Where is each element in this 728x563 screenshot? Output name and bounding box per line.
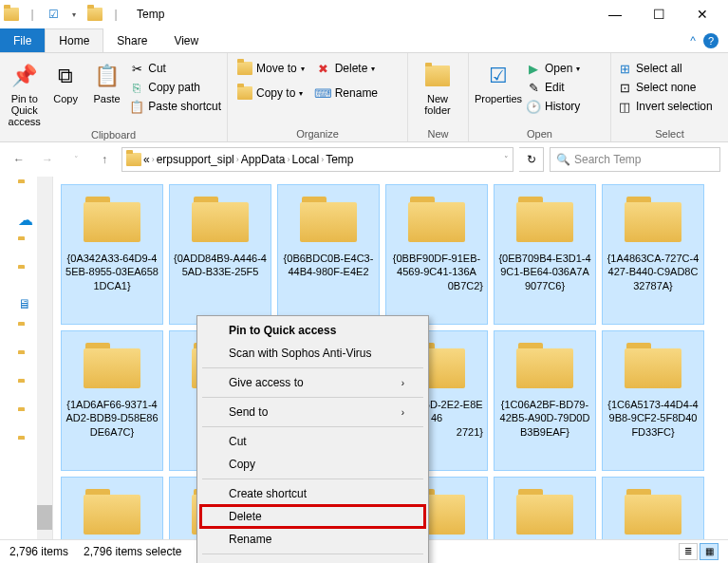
folder-icon [87, 7, 103, 22]
tab-home[interactable]: Home [45, 28, 103, 52]
nav-back-button[interactable]: ← [8, 148, 30, 171]
drive-icon[interactable] [18, 439, 35, 456]
ribbon-collapse-icon[interactable]: ^ [690, 34, 696, 47]
navpane-scrollbar[interactable] [37, 177, 52, 539]
folder-item[interactable]: {0A342A33-64D9-45EB-8955-03EA6581DCA1} [61, 184, 163, 325]
navigation-pane[interactable]: ☁ 🖥 [0, 177, 53, 539]
folder-item[interactable] [494, 477, 596, 539]
ctx-scan[interactable]: Scan with Sophos Anti-Virus [200, 342, 425, 365]
folder-item[interactable]: {0ADD84B9-A446-45AD-B33E-25F5 [169, 184, 271, 325]
open-icon: ▶ [526, 61, 541, 76]
ctx-separator [202, 367, 423, 368]
navpane-scroll-thumb[interactable] [37, 505, 52, 530]
folder-item[interactable]: {1C06A2BF-BD79-42B5-A90D-79D0DB3B9EAF} [494, 330, 596, 471]
onedrive-icon[interactable]: ☁ [18, 211, 35, 228]
folder-item[interactable] [602, 477, 704, 539]
nav-recent-button[interactable]: ˅ [65, 148, 87, 171]
thispc-icon[interactable] [18, 268, 35, 285]
ctx-properties[interactable]: Properties [200, 557, 425, 563]
folder-item[interactable] [61, 477, 163, 539]
folder-item[interactable]: {1AD6AF66-9371-4AD2-BDB9-D58E86DE6A7C} [61, 330, 163, 471]
invert-selection-button[interactable]: ◫Invert selection [617, 99, 713, 114]
maximize-button[interactable]: ☐ [637, 0, 681, 28]
bc-part[interactable]: erpsupport_sipl [157, 153, 234, 166]
folder-item[interactable]: {0BBF90DF-91EB-4569-9C41-136A0B7C2} [385, 184, 488, 325]
edit-icon: ✎ [526, 80, 541, 95]
refresh-button[interactable]: ↻ [519, 147, 544, 172]
cut-button[interactable]: ✂Cut [129, 61, 221, 76]
qat-dropdown-icon[interactable]: ▾ [66, 7, 82, 22]
folder-icon [126, 153, 141, 166]
properties-icon: ☑ [483, 61, 513, 91]
folder-item[interactable]: {0EB709B4-E3D1-49C1-BE64-036A7A9077C6} [494, 184, 596, 325]
group-clipboard-label: Clipboard [6, 127, 221, 142]
ctx-copy[interactable]: Copy [200, 453, 425, 476]
ctx-rename[interactable]: Rename [200, 528, 425, 551]
minimize-button[interactable]: — [593, 0, 637, 28]
edit-button[interactable]: ✎Edit [526, 80, 580, 95]
paste-label: Paste [93, 93, 120, 104]
bc-part[interactable]: « [143, 153, 150, 166]
tab-file[interactable]: File [0, 28, 45, 52]
new-folder-button[interactable]: New folder [414, 57, 461, 116]
copy-path-button[interactable]: ⎘Copy path [129, 80, 221, 95]
thispc-icon[interactable] [18, 239, 35, 256]
ctx-delete[interactable]: Delete [200, 505, 425, 528]
bc-part[interactable]: Local [291, 153, 319, 166]
properties-button[interactable]: ☑ Properties [475, 57, 522, 104]
drive-icon[interactable] [18, 410, 35, 427]
breadcrumb-dropdown-icon[interactable]: ˅ [504, 155, 509, 164]
ctx-createshortcut[interactable]: Create shortcut [200, 482, 425, 505]
open-button[interactable]: ▶Open ▾ [526, 61, 580, 76]
properties-label: Properties [475, 93, 522, 104]
network-icon[interactable]: 🖥 [18, 296, 35, 313]
newfolder-icon [422, 61, 453, 91]
ctx-sendto[interactable]: Send to› [200, 401, 425, 423]
copy-to-button[interactable]: Copy to ▾ [237, 85, 305, 101]
invert-icon: ◫ [617, 99, 632, 114]
bc-part[interactable]: AppData [241, 153, 286, 166]
titlebar: | ☑ ▾ | Temp — ☐ ✕ [0, 0, 728, 28]
search-input[interactable]: 🔍 Search Temp [550, 147, 720, 172]
folder-icon [82, 339, 142, 388]
pin-label: Pin to Quick access [6, 93, 43, 127]
paste-icon: 📋 [92, 61, 122, 91]
tab-view[interactable]: View [160, 28, 212, 52]
paste-button[interactable]: 📋 Paste [88, 57, 125, 104]
move-to-button[interactable]: Move to ▾ [237, 61, 305, 76]
select-none-button[interactable]: ⊡Select none [617, 80, 713, 95]
nav-up-button[interactable]: ↑ [93, 148, 116, 171]
chevron-right-icon: › [401, 407, 404, 418]
ctx-cut[interactable]: Cut [200, 430, 425, 453]
checkbox-icon[interactable]: ☑ [46, 7, 61, 22]
group-new-label: New [414, 126, 462, 141]
history-button[interactable]: 🕑History [526, 99, 580, 114]
copy-button[interactable]: ⧉ Copy [47, 57, 84, 104]
breadcrumb[interactable]: «› erpsupport_sipl› AppData› Local› Temp… [121, 147, 513, 172]
folder-item[interactable]: {1A4863CA-727C-4427-B440-C9AD8C32787A} [602, 184, 704, 325]
details-view-button[interactable]: ≣ [679, 543, 698, 560]
ribbon-tabs: File Home Share View ^ ? [0, 28, 728, 53]
shortcut-icon: 📋 [129, 99, 144, 114]
quickaccess-icon[interactable] [18, 182, 35, 199]
nav-forward-button[interactable]: → [36, 148, 59, 171]
folder-icon [623, 339, 683, 388]
close-button[interactable]: ✕ [681, 0, 724, 28]
drive-icon[interactable] [18, 382, 35, 399]
select-all-button[interactable]: ⊞Select all [617, 61, 713, 76]
paste-shortcut-button[interactable]: 📋Paste shortcut [129, 99, 221, 114]
tab-share[interactable]: Share [103, 28, 160, 52]
icons-view-button[interactable]: ▦ [700, 543, 719, 560]
pin-to-quick-access-button[interactable]: 📌 Pin to Quick access [6, 57, 43, 127]
help-icon[interactable]: ? [703, 33, 719, 48]
ctx-pin[interactable]: Pin to Quick access [200, 319, 425, 342]
drive-icon[interactable] [18, 353, 35, 370]
folder-item[interactable]: {0B6BDC0B-E4C3-44B4-980F-E4E2 [277, 184, 380, 325]
bc-part[interactable]: Temp [326, 153, 353, 166]
folder-item[interactable]: {1C6A5173-44D4-49B8-9CF2-5F8D40FD33FC} [602, 330, 704, 471]
drive-icon[interactable] [18, 325, 35, 342]
rename-button[interactable]: ⌨Rename [316, 85, 378, 101]
delete-button[interactable]: ✖Delete ▾ [316, 61, 378, 76]
ctx-giveaccess[interactable]: Give access to› [200, 371, 425, 394]
folder-icon [298, 193, 359, 242]
